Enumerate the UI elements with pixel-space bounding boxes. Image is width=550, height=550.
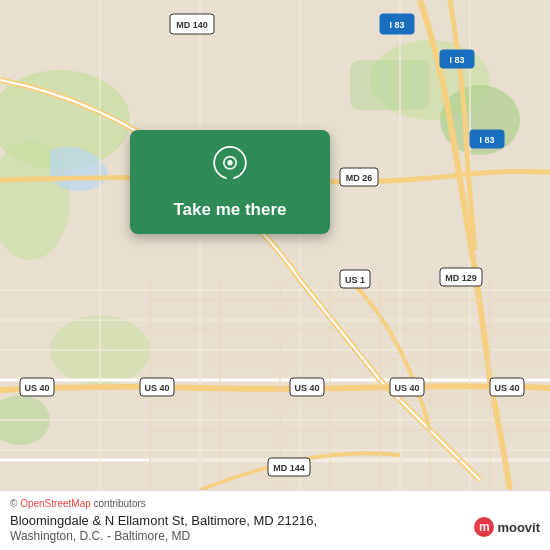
- copyright-symbol: ©: [10, 498, 17, 509]
- svg-text:I 83: I 83: [389, 20, 404, 30]
- svg-rect-5: [350, 60, 430, 110]
- svg-point-65: [227, 160, 232, 165]
- svg-text:MD 144: MD 144: [273, 463, 305, 473]
- footer-subtext: Washington, D.C. - Baltimore, MD: [10, 529, 317, 543]
- moovit-m-icon: m: [474, 517, 494, 537]
- svg-text:US 1: US 1: [345, 275, 365, 285]
- footer-bottom-row: Bloomingdale & N Ellamont St, Baltimore,…: [10, 511, 540, 543]
- osm-contributors: contributors: [94, 498, 146, 509]
- svg-text:MD 140: MD 140: [176, 20, 208, 30]
- moovit-text: moovit: [497, 520, 540, 535]
- svg-text:MD 26: MD 26: [346, 173, 373, 183]
- svg-text:US 40: US 40: [144, 383, 169, 393]
- svg-text:I 83: I 83: [449, 55, 464, 65]
- svg-text:US 40: US 40: [24, 383, 49, 393]
- svg-text:MD 129: MD 129: [445, 273, 477, 283]
- map-container: MD 140 I 83 MD 26 MD 26 I 83 I 83 US 1 M…: [0, 0, 550, 490]
- take-me-there-button[interactable]: Take me there: [173, 200, 286, 220]
- svg-text:US 40: US 40: [394, 383, 419, 393]
- osm-attribution: © OpenStreetMap contributors: [10, 498, 540, 509]
- svg-text:I 83: I 83: [479, 135, 494, 145]
- address-text: Bloomingdale & N Ellamont St, Baltimore,…: [10, 513, 317, 528]
- osm-link[interactable]: OpenStreetMap: [20, 498, 91, 509]
- footer: © OpenStreetMap contributors Bloomingdal…: [0, 490, 550, 550]
- address-block: Bloomingdale & N Ellamont St, Baltimore,…: [10, 511, 317, 543]
- svg-text:US 40: US 40: [494, 383, 519, 393]
- svg-text:US 40: US 40: [294, 383, 319, 393]
- moovit-logo: m moovit: [474, 517, 540, 537]
- take-me-there-card[interactable]: Take me there: [130, 130, 330, 234]
- location-pin-icon: [208, 146, 252, 190]
